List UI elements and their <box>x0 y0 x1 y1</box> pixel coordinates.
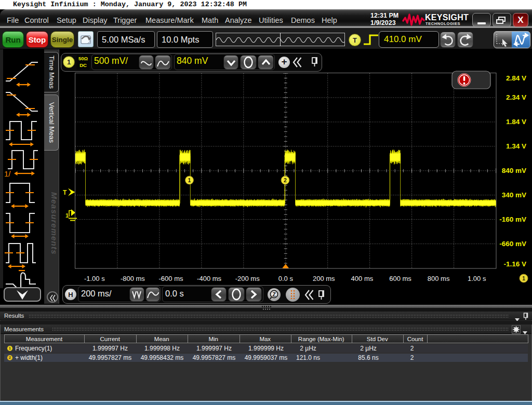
svg-text:840 mV: 840 mV <box>502 167 526 174</box>
svg-text:-660 mV: -660 mV <box>499 240 526 248</box>
svg-text:340 mV: 340 mV <box>502 191 526 199</box>
svg-text:-200 ms: -200 ms <box>235 275 260 282</box>
svg-text:2.34 V: 2.34 V <box>506 93 526 101</box>
svg-text:1: 1 <box>65 212 69 219</box>
svg-text:800 ms: 800 ms <box>428 275 450 282</box>
svg-text:200 ms: 200 ms <box>313 275 335 282</box>
svg-text:Z: Z <box>272 291 276 298</box>
svg-text:-400 ms: -400 ms <box>197 275 221 282</box>
svg-text:-600 ms: -600 ms <box>159 275 183 282</box>
svg-text:0.0 s: 0.0 s <box>278 275 294 282</box>
svg-text:1.34 V: 1.34 V <box>506 142 526 150</box>
svg-text:1: 1 <box>188 177 191 183</box>
svg-text:T: T <box>63 189 67 196</box>
svg-text:1.00 s: 1.00 s <box>468 275 486 282</box>
svg-text:600 ms: 600 ms <box>389 275 411 282</box>
svg-text:-1.16 V: -1.16 V <box>503 260 526 268</box>
svg-text:-1.00 s: -1.00 s <box>84 275 105 282</box>
svg-text:-800 ms: -800 ms <box>121 275 145 282</box>
svg-text:-160 mV: -160 mV <box>499 215 526 223</box>
svg-text:2: 2 <box>284 177 287 183</box>
svg-text:1: 1 <box>522 276 525 281</box>
svg-text:400 ms: 400 ms <box>351 275 374 282</box>
svg-text:1.84 V: 1.84 V <box>506 118 526 126</box>
svg-text:2.84 V: 2.84 V <box>506 74 526 82</box>
